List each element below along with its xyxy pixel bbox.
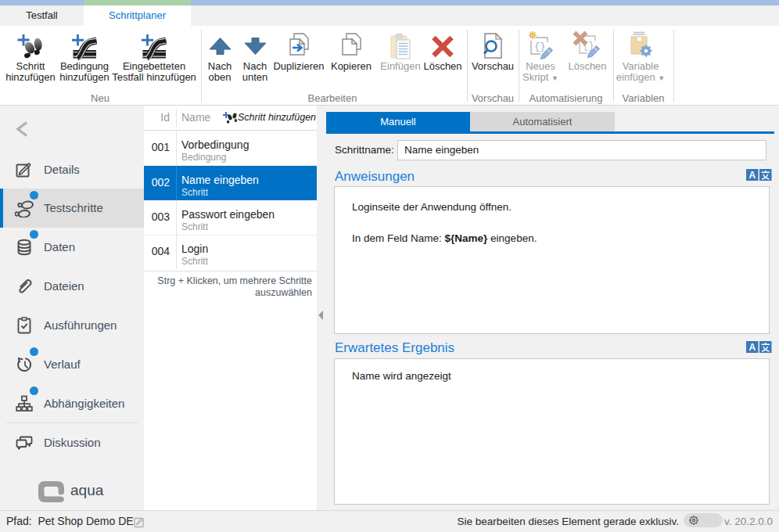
svg-text:A: A	[748, 170, 756, 181]
svg-text:{}: {}	[534, 41, 545, 52]
svg-text:A: A	[748, 342, 756, 353]
